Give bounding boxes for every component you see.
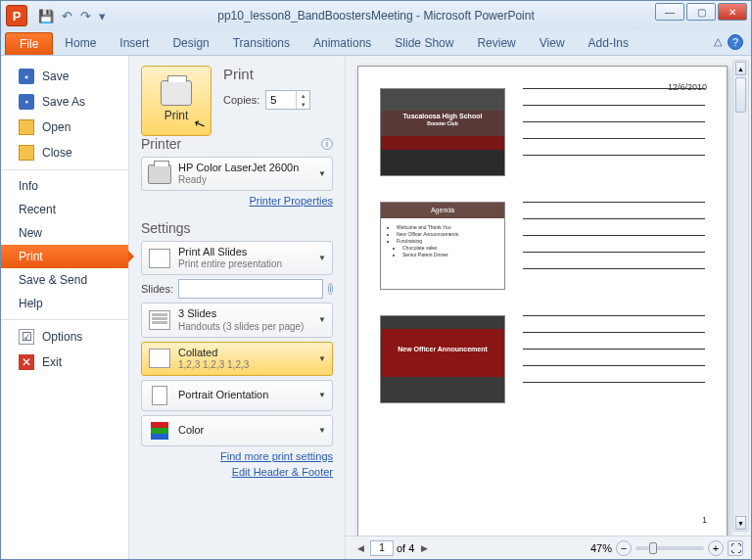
window-title: pp10_lesson8_BandBoostersMeeting - Micro… <box>217 9 535 23</box>
sidebar-item-info[interactable]: Info <box>1 174 128 198</box>
slides-range-input[interactable] <box>178 279 323 299</box>
info-icon[interactable]: i <box>328 283 333 295</box>
save-as-icon: ▪ <box>19 94 34 110</box>
handout-row: Tuscaloosa High SchoolBooster Club <box>380 88 705 176</box>
slide-thumb-2: Agenda Welcome and Thank YouNew Officer … <box>380 202 505 290</box>
zoom-slider[interactable] <box>635 546 704 550</box>
scroll-up-icon[interactable]: ▲ <box>735 62 746 75</box>
orientation-dropdown[interactable]: Portrait Orientation ▼ <box>141 380 333 411</box>
tab-slideshow[interactable]: Slide Show <box>383 31 465 55</box>
scroll-thumb[interactable] <box>735 77 746 113</box>
sidebar-item-help[interactable]: Help <box>1 292 128 315</box>
maximize-button[interactable]: ▢ <box>686 3 716 21</box>
quick-access-toolbar: 💾 ↶ ↷ ▾ <box>38 9 106 23</box>
copies-spinner[interactable]: ▲▼ <box>265 90 310 110</box>
scroll-down-icon[interactable]: ▼ <box>735 516 746 530</box>
tab-file[interactable]: File <box>5 32 53 55</box>
notes-lines <box>523 88 705 171</box>
prev-page-button[interactable]: ◀ <box>353 540 367 556</box>
qat-undo-icon[interactable]: ↶ <box>62 9 72 23</box>
sidebar-item-open[interactable]: Open <box>1 115 128 140</box>
tab-view[interactable]: View <box>528 31 577 55</box>
fit-page-button[interactable]: ⛶ <box>728 540 743 556</box>
preview-status-bar: ◀ of 4 ▶ 47% − + ⛶ <box>346 536 751 559</box>
slide-thumb-1: Tuscaloosa High SchoolBooster Club <box>380 88 505 176</box>
tab-animations[interactable]: Animations <box>302 31 383 55</box>
zoom-out-button[interactable]: − <box>616 540 632 556</box>
print-what-dropdown[interactable]: Print All SlidesPrint entire presentatio… <box>141 241 333 275</box>
tab-review[interactable]: Review <box>465 31 527 55</box>
edit-header-footer-link[interactable]: Edit Header & Footer <box>141 466 333 478</box>
tab-design[interactable]: Design <box>161 31 220 55</box>
preview-date: 12/6/2010 <box>668 82 707 92</box>
notes-lines <box>523 315 705 398</box>
zoom-in-button[interactable]: + <box>708 540 724 556</box>
sidebar-item-close[interactable]: Close <box>1 140 128 165</box>
slide-thumb-3: New Officer Announcement <box>380 315 505 403</box>
copies-label: Copies: <box>223 94 259 106</box>
qat-save-icon[interactable]: 💾 <box>38 9 54 23</box>
app-window: P 💾 ↶ ↷ ▾ pp10_lesson8_BandBoostersMeeti… <box>0 0 752 560</box>
printer-properties-link[interactable]: Printer Properties <box>141 195 333 207</box>
qat-more-icon[interactable]: ▾ <box>99 9 106 23</box>
spinner-down-icon[interactable]: ▼ <box>297 100 309 109</box>
preview-page: 12/6/2010 1 Tuscaloosa High SchoolBooste… <box>357 66 728 536</box>
zoom-slider-handle[interactable] <box>649 542 657 554</box>
tab-transitions[interactable]: Transitions <box>221 31 302 55</box>
chevron-down-icon: ▼ <box>318 354 326 363</box>
minimize-ribbon-icon[interactable]: △ <box>714 35 722 48</box>
printer-icon <box>161 80 192 106</box>
tab-insert[interactable]: Insert <box>108 31 161 55</box>
print-heading: Print <box>223 66 333 82</box>
portrait-icon <box>152 386 167 405</box>
minimize-button[interactable]: — <box>655 3 684 21</box>
chevron-down-icon: ▼ <box>318 426 326 435</box>
sidebar-item-savesend[interactable]: Save & Send <box>1 268 128 292</box>
sidebar-item-new[interactable]: New <box>1 221 128 245</box>
notes-lines <box>523 202 705 285</box>
zoom-percent: 47% <box>590 542 612 554</box>
collate-dropdown[interactable]: Collated1,2,3 1,2,3 1,2,3 ▼ <box>141 342 333 376</box>
exit-icon: ✕ <box>19 354 34 370</box>
slides-label: Slides: <box>141 283 173 295</box>
handout-row: New Officer Announcement <box>380 315 705 403</box>
sidebar-item-saveas[interactable]: ▪Save As <box>1 89 128 115</box>
close-button[interactable]: ✕ <box>718 3 747 21</box>
print-button[interactable]: Print ↖ <box>141 66 212 136</box>
tab-home[interactable]: Home <box>53 31 108 55</box>
more-settings-link[interactable]: Find more print settings <box>141 450 333 462</box>
save-icon: ▪ <box>19 69 34 84</box>
sidebar-item-exit[interactable]: ✕Exit <box>1 350 128 375</box>
options-icon: ☑ <box>19 329 34 345</box>
title-bar: P 💾 ↶ ↷ ▾ pp10_lesson8_BandBoostersMeeti… <box>1 1 751 30</box>
close-folder-icon <box>19 145 34 161</box>
printer-dropdown[interactable]: HP Color LaserJet 2600nReady ▼ <box>141 157 333 191</box>
chevron-down-icon: ▼ <box>318 315 326 324</box>
preview-page-number: 1 <box>702 515 707 525</box>
qat-redo-icon[interactable]: ↷ <box>80 9 91 23</box>
settings-heading: Settings <box>141 220 191 236</box>
chevron-down-icon: ▼ <box>318 169 326 178</box>
spinner-up-icon[interactable]: ▲ <box>297 91 309 100</box>
info-icon[interactable]: i <box>321 138 333 150</box>
backstage-sidebar: ▪Save ▪Save As Open Close Info Recent Ne… <box>1 56 128 559</box>
sidebar-item-save[interactable]: ▪Save <box>1 64 128 89</box>
layout-dropdown[interactable]: 3 SlidesHandouts (3 slides per page) ▼ <box>141 303 333 337</box>
copies-input[interactable] <box>266 94 296 106</box>
sidebar-item-recent[interactable]: Recent <box>1 198 128 221</box>
next-page-button[interactable]: ▶ <box>417 540 431 556</box>
current-page-input[interactable] <box>370 540 394 556</box>
handout-row: Agenda Welcome and Thank YouNew Officer … <box>380 202 705 290</box>
printer-device-icon <box>148 164 171 184</box>
help-icon[interactable]: ? <box>728 34 743 50</box>
cursor-icon: ↖ <box>192 114 209 132</box>
vertical-scrollbar[interactable]: ▲ ▼ <box>732 60 749 532</box>
tab-addins[interactable]: Add-Ins <box>577 31 640 55</box>
color-dropdown[interactable]: Color ▼ <box>141 415 333 446</box>
printer-heading: Printer <box>141 136 181 152</box>
sidebar-item-print[interactable]: Print <box>1 245 128 268</box>
page-total-label: of 4 <box>397 542 414 554</box>
handout-3-icon <box>149 310 170 330</box>
color-icon <box>151 422 168 440</box>
sidebar-item-options[interactable]: ☑Options <box>1 324 128 350</box>
